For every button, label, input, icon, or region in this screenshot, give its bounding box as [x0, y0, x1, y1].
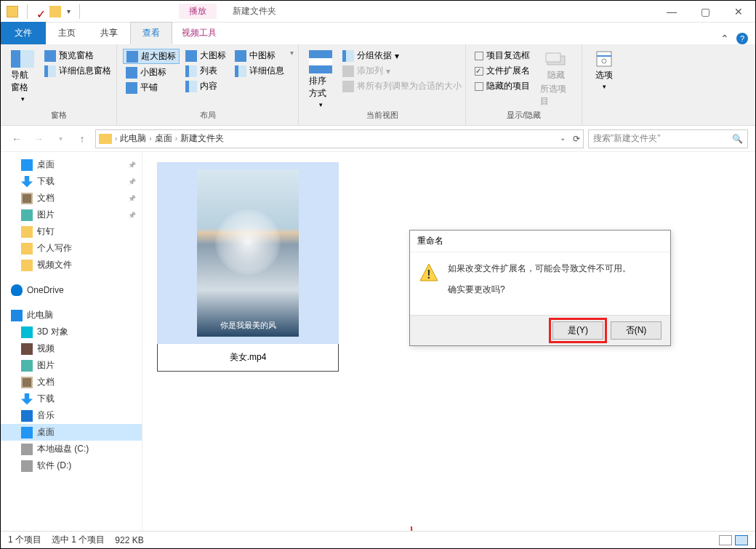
sidebar-item[interactable]: 文档 — [1, 374, 142, 390]
sort-icon — [309, 50, 332, 73]
view-lg-icons[interactable]: 大图标 — [182, 49, 229, 63]
sidebar-item-label: 此电脑 — [27, 309, 53, 321]
addcol-button: 添加列 ▾ — [339, 64, 465, 78]
fitcols-button: 将所有列调整为合适的大小 — [339, 79, 465, 93]
sidebar-item[interactable]: 钉钉 — [1, 223, 142, 240]
no-button[interactable]: 否(N) — [611, 321, 662, 340]
sidebar-item-label: 钉钉 — [37, 225, 55, 238]
view-md-icons[interactable]: 中图标 — [232, 49, 287, 63]
fitcols-icon — [342, 81, 354, 92]
xl-icon — [126, 51, 138, 63]
chk-fileext[interactable]: 文件扩展名 — [472, 64, 533, 78]
address-bar: ← → ▾ ↑ › 此电脑 › 桌面 › 新建文件夹 ⌄ ⟳ 搜索"新建文件夹"… — [1, 126, 755, 152]
sidebar-item-icon — [21, 460, 33, 472]
file-thumbnail — [157, 162, 339, 344]
sidebar-item[interactable]: 个人写作 — [1, 240, 142, 257]
sidebar-item[interactable]: 下载 — [1, 173, 142, 190]
chk-itemcheckbox[interactable]: 项目复选框 — [472, 49, 533, 63]
chk-hidden[interactable]: 隐藏的项目 — [472, 79, 533, 93]
sidebar-item-label: 图片 — [37, 359, 55, 372]
sidebar-item-label: 下载 — [37, 175, 55, 188]
details-pane-button[interactable]: 详细信息窗格 — [41, 64, 114, 78]
checkbox-icon — [475, 82, 483, 91]
minimize-button[interactable]: — — [655, 1, 688, 23]
recent-dropdown[interactable]: ▾ — [52, 130, 69, 148]
sidebar-item[interactable]: 软件 (D:) — [1, 457, 142, 474]
sidebar-item[interactable]: 下载 — [1, 390, 142, 407]
sidebar-item[interactable]: 桌面 — [1, 424, 142, 441]
sidebar-item[interactable]: 3D 对象 — [1, 324, 142, 340]
sidebar-item-label: 音乐 — [37, 409, 55, 422]
sidebar-item[interactable]: 本地磁盘 (C:) — [1, 441, 142, 457]
sort-button[interactable]: 排序方式 ▾ — [305, 49, 337, 110]
status-selected: 选中 1 个项目 — [52, 534, 105, 546]
details-icon — [44, 65, 56, 77]
preview-pane-button[interactable]: 预览窗格 — [41, 49, 114, 63]
view-details-toggle[interactable] — [719, 535, 732, 545]
md-icon — [235, 50, 246, 62]
qat-folder-icon[interactable] — [49, 6, 61, 17]
warning-icon: ! — [419, 263, 439, 283]
maximize-button[interactable]: ▢ — [688, 1, 722, 23]
tab-file[interactable]: 文件 — [1, 22, 46, 44]
sidebar-item[interactable]: 音乐 — [1, 407, 142, 424]
sidebar-item-icon — [21, 193, 33, 204]
close-button[interactable]: ✕ — [722, 1, 755, 23]
options-button[interactable]: 选项 ▾ — [588, 49, 620, 92]
view-details[interactable]: 详细信息 — [232, 64, 287, 78]
view-list[interactable]: 列表 — [182, 64, 229, 78]
view-content[interactable]: 内容 — [182, 79, 229, 93]
sidebar-item[interactable]: 图片 — [1, 207, 142, 223]
crumb-folder[interactable]: 新建文件夹 — [180, 132, 224, 145]
sidebar-item-icon — [21, 176, 33, 188]
search-icon: 🔍 — [732, 134, 743, 144]
sidebar-item-icon — [21, 243, 33, 255]
collapse-ribbon-icon[interactable]: ⌃ — [720, 33, 729, 44]
ribbon: 导航窗格 ▾ 预览窗格 详细信息窗格 窗格 超大图标 小图标 平铺 大图标 列表… — [1, 44, 755, 126]
addr-dropdown-icon[interactable]: ⌄ — [560, 134, 566, 144]
groupby-button[interactable]: 分组依据 ▾ — [339, 49, 465, 63]
checkbox-icon — [475, 67, 483, 76]
group-showhide-label: 显示/隐藏 — [472, 110, 576, 122]
crumb-desktop[interactable]: 桌面 — [155, 132, 172, 145]
list-icon — [185, 65, 197, 77]
sidebar-item-label: 软件 (D:) — [37, 460, 71, 472]
view-tiles[interactable]: 平铺 — [123, 81, 180, 95]
qat-check-icon[interactable]: ✓ — [36, 7, 45, 16]
up-button[interactable]: ↑ — [73, 130, 91, 148]
dialog-line1: 如果改变文件扩展名，可能会导致文件不可用。 — [448, 263, 631, 275]
sidebar-item-label: 桌面 — [37, 426, 55, 438]
sidebar-item-label: 文档 — [37, 376, 55, 388]
sidebar-item[interactable]: 桌面 — [1, 156, 142, 173]
tiles-icon — [126, 82, 137, 94]
search-input[interactable]: 搜索"新建文件夹" 🔍 — [588, 129, 748, 148]
sidebar-item[interactable]: 视频 — [1, 340, 142, 357]
view-sm-icons[interactable]: 小图标 — [123, 65, 180, 79]
back-button[interactable]: ← — [8, 130, 25, 148]
help-icon[interactable]: ? — [736, 33, 748, 44]
view-thumbs-toggle[interactable] — [735, 535, 748, 545]
refresh-icon[interactable]: ⟳ — [573, 134, 580, 144]
sidebar-item[interactable]: 图片 — [1, 357, 142, 374]
tab-home[interactable]: 主页 — [46, 22, 88, 44]
preview-icon — [44, 50, 56, 62]
sidebar-item[interactable]: 视频文件 — [1, 257, 142, 273]
breadcrumb[interactable]: › 此电脑 › 桌面 › 新建文件夹 ⌄ ⟳ — [95, 129, 584, 148]
nav-pane-button[interactable]: 导航窗格 ▾ — [7, 49, 39, 104]
sidebar-item-label: 图片 — [37, 209, 55, 221]
nav-tree[interactable]: 桌面下载文档图片钉钉个人写作视频文件OneDrive此电脑3D 对象视频图片文档… — [1, 152, 142, 537]
group-panes-label: 窗格 — [7, 110, 110, 122]
file-name-edit[interactable]: 美女.mp4 — [157, 344, 339, 372]
sidebar-item[interactable]: 文档 — [1, 190, 142, 207]
tab-view[interactable]: 查看 — [130, 22, 172, 44]
yes-button[interactable]: 是(Y) — [552, 321, 603, 340]
sidebar-item-icon — [21, 159, 33, 171]
sidebar-item-label: 文档 — [37, 192, 55, 204]
sidebar-item[interactable]: OneDrive — [1, 282, 142, 298]
tab-video-tools[interactable]: 视频工具 — [172, 22, 226, 44]
tab-share[interactable]: 共享 — [88, 22, 130, 44]
sidebar-item[interactable]: 此电脑 — [1, 307, 142, 324]
file-item[interactable]: 美女.mp4 — [157, 162, 339, 372]
view-xl-icons[interactable]: 超大图标 — [123, 49, 180, 64]
crumb-thispc[interactable]: 此电脑 — [120, 132, 146, 145]
